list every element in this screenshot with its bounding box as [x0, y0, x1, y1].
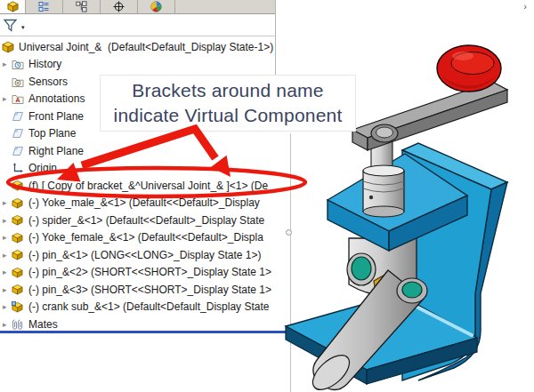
part-icon: [12, 231, 25, 244]
tree-item-label: (-) pin_&<3> (SHORT<<SHORT>_Display Stat…: [28, 284, 271, 296]
subassembly-icon: [12, 300, 25, 313]
annotation-callout: Brackets around name indicate Virtual Co…: [100, 75, 356, 132]
tree-item-label: Origin: [28, 162, 57, 174]
expand-arrow-icon[interactable]: ▸: [0, 233, 12, 242]
tab-dimxpertmanager-icon: [113, 1, 125, 12]
tree-item-label: (f) [ Copy of bracket_&^Universal Joint_…: [28, 180, 268, 192]
solidworks-window: › ▾ Universal Joint_& (Default<Default_D…: [0, 0, 534, 392]
history-icon: [12, 58, 25, 70]
expand-arrow-icon[interactable]: ▸: [0, 251, 12, 260]
mates-icon: [12, 318, 25, 331]
tree-item-yoke-male[interactable]: ▸(-) Yoke_male_&<1> (Default<<Default>_D…: [0, 195, 290, 212]
tree-item-label: Right Plane: [28, 145, 84, 157]
plane-icon: [12, 127, 25, 140]
plane-icon: [12, 110, 25, 123]
tree-item-yoke-female[interactable]: ▸(-) Yoke_female_&<1> (Default<<Default>…: [0, 229, 290, 247]
rollback-bar[interactable]: [0, 331, 290, 333]
tree-item-pin-3[interactable]: ▸(-) pin_&<3> (SHORT<<SHORT>_Display Sta…: [0, 281, 290, 299]
tree-item-spider[interactable]: ▸(-) spider_&<1> (Default<<Default>_Disp…: [0, 212, 290, 229]
tree-item-label: (-) crank sub_&<1> (Default<Default_Disp…: [28, 300, 269, 313]
model-shaft[interactable]: [363, 140, 404, 217]
part-icon: [12, 180, 25, 192]
model-crank-arm[interactable]: [352, 82, 507, 150]
tree-item-bracket-copy-virtual[interactable]: (f) [ Copy of bracket_&^Universal Joint_…: [0, 177, 290, 195]
expand-arrow-icon[interactable]: ▸: [0, 302, 12, 311]
part-icon: [12, 214, 25, 227]
panel-flyout-chevron[interactable]: ›: [523, 0, 527, 13]
tree-item-label: (-) Yoke_female_&<1> (Default<<Default>_…: [28, 231, 263, 244]
tree-item-label: Front Plane: [28, 110, 84, 123]
panel-border: [275, 0, 276, 75]
tree-item-label: Annotations: [28, 92, 85, 105]
tab-configurationmanager[interactable]: [63, 0, 101, 13]
tree-item-history[interactable]: ▸History: [0, 56, 290, 74]
tree-item-label: (-) pin_&<2> (SHORT<<SHORT>_Display Stat…: [28, 266, 271, 278]
tree-item-right-plane[interactable]: Right Plane: [0, 142, 290, 160]
tree-item-label: (-) Yoke_male_&<1> (Default<<Default>_Di…: [28, 196, 260, 209]
tree-item-pin-1[interactable]: ▸(-) pin_&<1> (LONG<<LONG>_Display State…: [0, 246, 290, 264]
part-icon: [12, 196, 25, 209]
tab-featuremanager-icon: [7, 1, 19, 12]
expand-arrow-icon[interactable]: ▸: [0, 216, 12, 225]
sensors-icon: [12, 76, 25, 88]
tree-item-label: Top Plane: [28, 127, 76, 140]
filter-dropdown-caret[interactable]: ▾: [21, 24, 25, 31]
annotations-icon: A: [12, 92, 25, 105]
expand-arrow-icon[interactable]: ▸: [0, 320, 12, 329]
svg-text:A: A: [15, 96, 20, 104]
tab-configurationmanager-icon: [76, 1, 87, 12]
tree-root-label: Universal Joint_& (Default<Default_Displ…: [19, 41, 273, 53]
filter-bar: ▾: [0, 14, 275, 36]
part-icon: [12, 249, 25, 261]
expand-arrow-icon[interactable]: ▸: [0, 268, 12, 276]
tree-item-label: Sensors: [28, 76, 68, 88]
annotation-line1: Brackets around name: [132, 78, 323, 103]
part-icon: [12, 266, 25, 278]
expand-arrow-icon[interactable]: ▸: [0, 285, 12, 294]
expand-arrow-icon[interactable]: ▸: [0, 198, 12, 207]
tab-displaymanager-icon: [150, 1, 162, 12]
expand-arrow-icon[interactable]: ▸: [0, 94, 12, 103]
tree-item-label: (-) pin_&<1> (LONG<<LONG>_Display State …: [28, 249, 261, 261]
tab-propertymanager[interactable]: [26, 0, 63, 13]
tab-displaymanager[interactable]: [138, 0, 175, 13]
tree-item-crank-sub[interactable]: ▸(-) crank sub_&<1> (Default<Default_Dis…: [0, 299, 290, 316]
plane-icon: [12, 145, 25, 157]
tab-featuremanager[interactable]: [0, 0, 26, 13]
tree-item-origin[interactable]: Origin: [0, 160, 290, 178]
filter-icon[interactable]: [3, 17, 19, 33]
origin-icon: [12, 162, 25, 174]
part-icon: [12, 284, 25, 296]
tree-item-label: Mates: [28, 318, 58, 331]
assembly-icon: [2, 41, 15, 53]
tree-item-label: History: [28, 58, 61, 70]
tree-item-label: (-) spider_&<1> (Default<<Default>_Displ…: [28, 214, 264, 227]
annotation-line2: indicate Virtual Component: [114, 103, 343, 128]
panel-tab-bar: [0, 0, 275, 14]
expand-arrow-icon[interactable]: ▸: [0, 60, 12, 68]
tree-root-assembly[interactable]: Universal Joint_& (Default<Default_Displ…: [0, 38, 290, 56]
tab-dimxpertmanager[interactable]: [101, 0, 138, 13]
tab-propertymanager-icon: [38, 1, 50, 12]
tree-item-pin-2[interactable]: ▸(-) pin_&<2> (SHORT<<SHORT>_Display Sta…: [0, 264, 290, 282]
model-knob[interactable]: [437, 45, 501, 92]
